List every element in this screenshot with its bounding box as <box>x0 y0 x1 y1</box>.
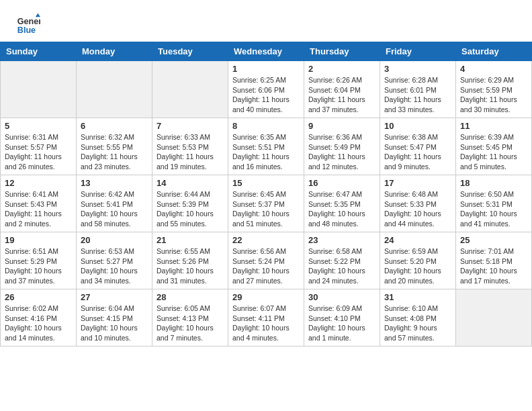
calendar-cell: 22Sunrise: 6:56 AM Sunset: 5:24 PM Dayli… <box>228 232 304 289</box>
calendar-cell: 24Sunrise: 6:59 AM Sunset: 5:20 PM Dayli… <box>380 232 456 289</box>
svg-marker-2 <box>36 13 40 17</box>
day-number: 13 <box>81 178 148 188</box>
day-number: 17 <box>384 178 451 188</box>
calendar-header-friday: Friday <box>380 42 456 61</box>
calendar-cell <box>152 61 228 118</box>
day-number: 11 <box>460 121 527 131</box>
calendar-cell: 28Sunrise: 6:05 AM Sunset: 4:13 PM Dayli… <box>152 289 228 347</box>
day-number: 10 <box>384 121 451 131</box>
day-number: 14 <box>157 178 224 188</box>
calendar-header-row: SundayMondayTuesdayWednesdayThursdayFrid… <box>1 42 532 61</box>
calendar-cell: 14Sunrise: 6:44 AM Sunset: 5:39 PM Dayli… <box>152 175 228 232</box>
day-detail: Sunrise: 6:41 AM Sunset: 5:43 PM Dayligh… <box>5 189 72 229</box>
logo: General Blue <box>16 12 44 36</box>
calendar-cell: 13Sunrise: 6:42 AM Sunset: 5:41 PM Dayli… <box>77 175 152 232</box>
calendar-cell: 27Sunrise: 6:04 AM Sunset: 4:15 PM Dayli… <box>77 289 152 347</box>
calendar-cell: 21Sunrise: 6:55 AM Sunset: 5:26 PM Dayli… <box>152 232 228 289</box>
calendar-header-sunday: Sunday <box>1 42 77 61</box>
calendar-cell: 10Sunrise: 6:38 AM Sunset: 5:47 PM Dayli… <box>380 118 456 175</box>
calendar-week-4: 19Sunrise: 6:51 AM Sunset: 5:29 PM Dayli… <box>1 232 532 289</box>
day-detail: Sunrise: 6:29 AM Sunset: 5:59 PM Dayligh… <box>460 75 527 115</box>
day-number: 4 <box>460 64 527 74</box>
page-header: General Blue <box>0 0 532 42</box>
calendar-cell: 11Sunrise: 6:39 AM Sunset: 5:45 PM Dayli… <box>456 118 532 175</box>
calendar-header-tuesday: Tuesday <box>152 42 228 61</box>
day-number: 20 <box>81 235 148 245</box>
day-detail: Sunrise: 6:55 AM Sunset: 5:26 PM Dayligh… <box>157 246 224 286</box>
calendar-header-wednesday: Wednesday <box>228 42 304 61</box>
day-detail: Sunrise: 6:39 AM Sunset: 5:45 PM Dayligh… <box>460 132 527 172</box>
day-number: 26 <box>5 292 72 302</box>
calendar-table: SundayMondayTuesdayWednesdayThursdayFrid… <box>0 42 532 347</box>
calendar-week-5: 26Sunrise: 6:02 AM Sunset: 4:16 PM Dayli… <box>1 289 532 347</box>
day-detail: Sunrise: 6:25 AM Sunset: 6:06 PM Dayligh… <box>232 75 300 115</box>
calendar-cell: 1Sunrise: 6:25 AM Sunset: 6:06 PM Daylig… <box>228 61 304 118</box>
day-number: 30 <box>308 292 375 302</box>
calendar-cell: 18Sunrise: 6:50 AM Sunset: 5:31 PM Dayli… <box>456 175 532 232</box>
day-detail: Sunrise: 6:44 AM Sunset: 5:39 PM Dayligh… <box>157 189 224 229</box>
calendar-cell: 15Sunrise: 6:45 AM Sunset: 5:37 PM Dayli… <box>228 175 304 232</box>
calendar-cell: 2Sunrise: 6:26 AM Sunset: 6:04 PM Daylig… <box>304 61 380 118</box>
day-number: 29 <box>232 292 300 302</box>
day-number: 18 <box>460 178 527 188</box>
day-detail: Sunrise: 6:09 AM Sunset: 4:10 PM Dayligh… <box>308 304 375 343</box>
day-detail: Sunrise: 6:28 AM Sunset: 6:01 PM Dayligh… <box>384 75 451 115</box>
day-detail: Sunrise: 6:51 AM Sunset: 5:29 PM Dayligh… <box>5 246 72 286</box>
day-detail: Sunrise: 6:04 AM Sunset: 4:15 PM Dayligh… <box>81 304 148 343</box>
day-detail: Sunrise: 6:58 AM Sunset: 5:22 PM Dayligh… <box>308 246 375 286</box>
calendar-header-thursday: Thursday <box>304 42 380 61</box>
calendar-cell: 19Sunrise: 6:51 AM Sunset: 5:29 PM Dayli… <box>1 232 77 289</box>
day-number: 5 <box>5 121 72 131</box>
day-number: 25 <box>460 235 527 245</box>
day-detail: Sunrise: 6:26 AM Sunset: 6:04 PM Dayligh… <box>308 75 375 115</box>
day-number: 22 <box>232 235 300 245</box>
calendar-cell: 4Sunrise: 6:29 AM Sunset: 5:59 PM Daylig… <box>456 61 532 118</box>
day-detail: Sunrise: 6:02 AM Sunset: 4:16 PM Dayligh… <box>5 304 72 343</box>
calendar-cell: 7Sunrise: 6:33 AM Sunset: 5:53 PM Daylig… <box>152 118 228 175</box>
day-number: 16 <box>308 178 375 188</box>
day-number: 24 <box>384 235 451 245</box>
day-number: 7 <box>157 121 224 131</box>
calendar-cell: 6Sunrise: 6:32 AM Sunset: 5:55 PM Daylig… <box>77 118 152 175</box>
day-detail: Sunrise: 6:32 AM Sunset: 5:55 PM Dayligh… <box>81 132 148 172</box>
calendar-cell: 26Sunrise: 6:02 AM Sunset: 4:16 PM Dayli… <box>1 289 77 347</box>
calendar-header-saturday: Saturday <box>456 42 532 61</box>
calendar-cell: 20Sunrise: 6:53 AM Sunset: 5:27 PM Dayli… <box>77 232 152 289</box>
calendar-cell: 9Sunrise: 6:36 AM Sunset: 5:49 PM Daylig… <box>304 118 380 175</box>
svg-text:Blue: Blue <box>17 26 36 35</box>
day-number: 2 <box>308 64 375 74</box>
day-detail: Sunrise: 6:31 AM Sunset: 5:57 PM Dayligh… <box>5 132 72 172</box>
day-detail: Sunrise: 6:35 AM Sunset: 5:51 PM Dayligh… <box>232 132 300 172</box>
day-detail: Sunrise: 6:36 AM Sunset: 5:49 PM Dayligh… <box>308 132 375 172</box>
day-detail: Sunrise: 6:07 AM Sunset: 4:11 PM Dayligh… <box>232 304 300 343</box>
day-detail: Sunrise: 7:01 AM Sunset: 5:18 PM Dayligh… <box>460 246 527 286</box>
day-detail: Sunrise: 6:33 AM Sunset: 5:53 PM Dayligh… <box>157 132 224 172</box>
day-detail: Sunrise: 6:48 AM Sunset: 5:33 PM Dayligh… <box>384 189 451 229</box>
calendar-cell <box>1 61 77 118</box>
calendar-cell: 5Sunrise: 6:31 AM Sunset: 5:57 PM Daylig… <box>1 118 77 175</box>
calendar-cell: 16Sunrise: 6:47 AM Sunset: 5:35 PM Dayli… <box>304 175 380 232</box>
calendar-cell <box>456 289 532 347</box>
calendar-cell: 3Sunrise: 6:28 AM Sunset: 6:01 PM Daylig… <box>380 61 456 118</box>
day-detail: Sunrise: 6:59 AM Sunset: 5:20 PM Dayligh… <box>384 246 451 286</box>
calendar-cell: 8Sunrise: 6:35 AM Sunset: 5:51 PM Daylig… <box>228 118 304 175</box>
day-detail: Sunrise: 6:42 AM Sunset: 5:41 PM Dayligh… <box>81 189 148 229</box>
calendar-body: 1Sunrise: 6:25 AM Sunset: 6:06 PM Daylig… <box>1 61 532 347</box>
calendar-week-3: 12Sunrise: 6:41 AM Sunset: 5:43 PM Dayli… <box>1 175 532 232</box>
calendar-week-1: 1Sunrise: 6:25 AM Sunset: 6:06 PM Daylig… <box>1 61 532 118</box>
logo-icon: General Blue <box>16 12 40 36</box>
calendar-header-monday: Monday <box>77 42 152 61</box>
day-number: 31 <box>384 292 451 302</box>
day-detail: Sunrise: 6:10 AM Sunset: 4:08 PM Dayligh… <box>384 304 451 343</box>
day-detail: Sunrise: 6:53 AM Sunset: 5:27 PM Dayligh… <box>81 246 148 286</box>
calendar-cell: 23Sunrise: 6:58 AM Sunset: 5:22 PM Dayli… <box>304 232 380 289</box>
day-detail: Sunrise: 6:38 AM Sunset: 5:47 PM Dayligh… <box>384 132 451 172</box>
day-number: 12 <box>5 178 72 188</box>
calendar-cell: 17Sunrise: 6:48 AM Sunset: 5:33 PM Dayli… <box>380 175 456 232</box>
day-detail: Sunrise: 6:47 AM Sunset: 5:35 PM Dayligh… <box>308 189 375 229</box>
day-number: 28 <box>157 292 224 302</box>
calendar-cell: 25Sunrise: 7:01 AM Sunset: 5:18 PM Dayli… <box>456 232 532 289</box>
calendar-cell <box>77 61 152 118</box>
calendar-cell: 12Sunrise: 6:41 AM Sunset: 5:43 PM Dayli… <box>1 175 77 232</box>
day-detail: Sunrise: 6:50 AM Sunset: 5:31 PM Dayligh… <box>460 189 527 229</box>
